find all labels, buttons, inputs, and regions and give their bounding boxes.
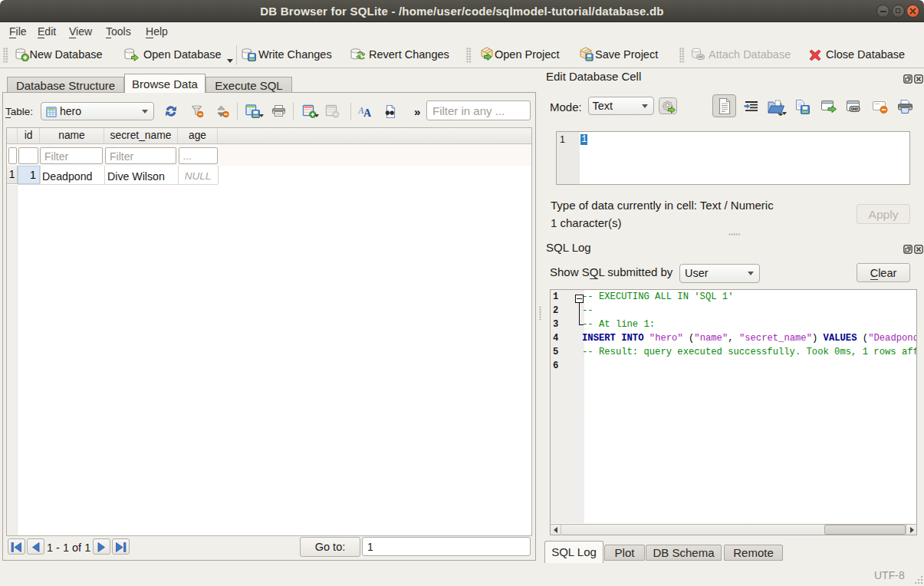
svg-text:A: A — [363, 107, 372, 118]
